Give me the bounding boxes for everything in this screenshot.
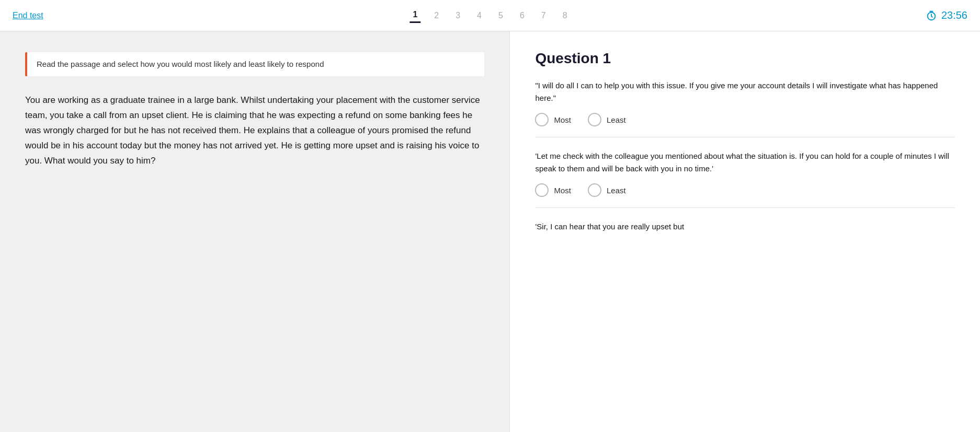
option-2-most-radio[interactable] [535,183,549,197]
option-2-radios: Most Least [535,183,955,197]
header: End test 1 2 3 4 5 6 7 8 23:56 [0,0,980,31]
option-1-text: "I will do all I can to help you with th… [535,79,955,104]
divider-1 [535,137,955,137]
answer-option-1: "I will do all I can to help you with th… [535,79,955,126]
option-1-least-label: Least [607,115,626,124]
option-2-text: 'Let me check with the colleague you men… [535,150,955,175]
option-2-most-label: Most [554,186,571,195]
timer: 23:56 [926,9,967,21]
end-test-link[interactable]: End test [13,11,43,20]
main-content: Read the passage and select how you woul… [0,31,980,432]
option-1-radios: Most Least [535,113,955,126]
option-2-least[interactable]: Least [588,183,626,197]
option-1-most-radio[interactable] [535,113,549,126]
answer-option-3: 'Sir, I can hear that you are really ups… [535,220,955,233]
option-1-most-label: Most [554,115,571,124]
divider-2 [535,207,955,208]
option-1-least[interactable]: Least [588,113,626,126]
question-title: Question 1 [535,50,955,67]
nav-item-8[interactable]: 8 [560,9,571,22]
nav-item-3[interactable]: 3 [452,9,463,22]
timer-display: 23:56 [941,9,967,21]
timer-icon [926,10,937,21]
instruction-text: Read the passage and select how you woul… [37,60,324,68]
nav-item-1[interactable]: 1 [409,8,420,23]
instruction-box: Read the passage and select how you woul… [25,52,484,76]
option-2-most[interactable]: Most [535,183,571,197]
nav-item-6[interactable]: 6 [517,9,528,22]
nav-item-4[interactable]: 4 [474,9,485,22]
option-2-least-label: Least [607,186,626,195]
nav-item-7[interactable]: 7 [538,9,549,22]
question-nav: 1 2 3 4 5 6 7 8 [409,8,570,23]
option-1-most[interactable]: Most [535,113,571,126]
right-panel: Question 1 "I will do all I can to help … [509,31,980,432]
option-3-text: 'Sir, I can hear that you are really ups… [535,220,955,233]
answer-option-2: 'Let me check with the colleague you men… [535,150,955,197]
nav-item-2[interactable]: 2 [431,9,442,22]
left-panel: Read the passage and select how you woul… [0,31,509,432]
passage-text: You are working as a graduate trainee in… [25,93,484,168]
option-1-least-radio[interactable] [588,113,601,126]
option-2-least-radio[interactable] [588,183,601,197]
nav-item-5[interactable]: 5 [495,9,506,22]
